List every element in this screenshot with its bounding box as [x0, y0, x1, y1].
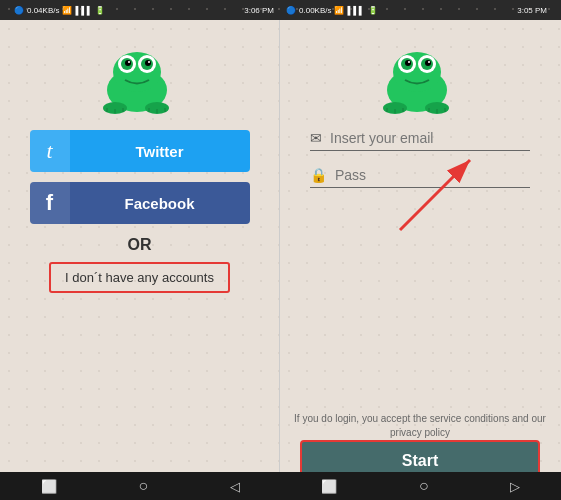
email-icon: ✉	[310, 130, 322, 146]
svg-point-1	[113, 52, 161, 92]
right-panel: ✉ 🔒 If you do login, you accept the serv…	[280, 20, 560, 500]
email-input-group: ✉	[310, 130, 530, 151]
email-input[interactable]	[330, 130, 530, 146]
nav-circle-right[interactable]: ○	[419, 477, 429, 495]
time-right: 3:05 PM	[517, 6, 547, 15]
wifi-icon-right: 📶	[334, 6, 344, 15]
signal-icon-left: ▌▌▌	[75, 6, 92, 15]
svg-point-7	[145, 60, 151, 66]
svg-point-19	[393, 52, 441, 92]
status-speed-left: 0.04KB/s	[27, 6, 59, 15]
lock-icon: 🔒	[310, 167, 327, 183]
facebook-button[interactable]: f Facebook	[30, 182, 250, 224]
status-speed-right: 0.00KB/s	[299, 6, 331, 15]
battery-icon-right: 🔋	[368, 6, 378, 15]
svg-point-25	[425, 60, 431, 66]
pass-input-group: 🔒	[310, 167, 530, 188]
nav-bar: ⬜ ○ ◁ ⬜ ○ ▷	[0, 472, 561, 500]
nav-back-right[interactable]: ▷	[510, 479, 520, 494]
frog-mascot-left	[95, 40, 185, 120]
svg-point-24	[405, 60, 411, 66]
svg-point-8	[128, 61, 130, 63]
wifi-icon-left: 📶	[62, 6, 72, 15]
svg-point-9	[148, 61, 150, 63]
twitter-icon: t	[30, 130, 70, 172]
whatsapp-icon: 🔵	[14, 6, 24, 15]
left-panel-content: t Twitter f Facebook OR I don´t have any…	[0, 130, 279, 293]
nav-back-left[interactable]: ◁	[230, 479, 240, 494]
facebook-label: Facebook	[70, 195, 250, 212]
nav-square-right[interactable]: ⬜	[321, 479, 337, 494]
pass-input[interactable]	[335, 167, 530, 183]
time-left: 3:06 PM	[244, 6, 274, 15]
svg-point-27	[428, 61, 430, 63]
left-panel: t Twitter f Facebook OR I don´t have any…	[0, 20, 280, 500]
whatsapp-icon-right: 🔵	[286, 6, 296, 15]
twitter-label: Twitter	[70, 143, 250, 160]
nav-circle-left[interactable]: ○	[138, 477, 148, 495]
signal-icon-right: ▌▌▌	[347, 6, 364, 15]
right-panel-content: ✉ 🔒	[280, 130, 560, 204]
svg-point-26	[408, 61, 410, 63]
frog-mascot-right	[375, 40, 465, 120]
battery-icon-left: 🔋	[95, 6, 105, 15]
no-account-button[interactable]: I don´t have any accounts	[49, 262, 230, 293]
facebook-icon: f	[30, 182, 70, 224]
twitter-button[interactable]: t Twitter	[30, 130, 250, 172]
svg-point-6	[125, 60, 131, 66]
nav-square-left[interactable]: ⬜	[41, 479, 57, 494]
or-text: OR	[128, 236, 152, 254]
privacy-text: If you do login, you accept the service …	[280, 412, 560, 440]
